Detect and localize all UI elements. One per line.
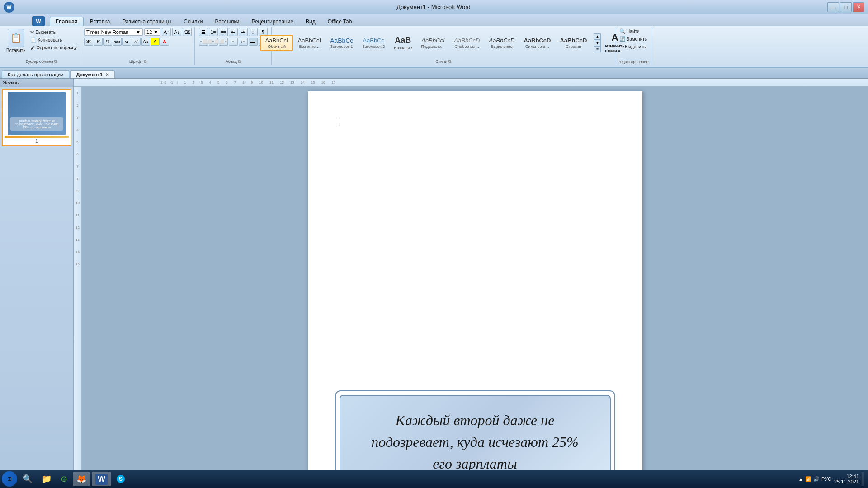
find-button[interactable]: 🔍 Найти xyxy=(618,28,641,35)
clock[interactable]: 12:41 25.11.2021 xyxy=(834,474,859,484)
style-subtitle[interactable]: AaBbCcI Подзаголо… xyxy=(417,35,449,51)
increase-indent-button[interactable]: ⇥ xyxy=(239,28,248,36)
show-desktop-button[interactable] xyxy=(862,472,864,486)
select-button[interactable]: ☐ Выделить xyxy=(618,43,647,50)
tab-view[interactable]: Вид xyxy=(300,17,321,26)
style-title[interactable]: AaB Название xyxy=(390,34,416,52)
main-area: Эскизы Каждый второй даже не подозревает… xyxy=(0,79,868,474)
bullets-button[interactable]: ☰ xyxy=(199,28,208,36)
word-page[interactable]: Каждый второй даже не подозревает, куда … xyxy=(308,91,642,474)
volume-icon: 🔊 xyxy=(813,476,820,482)
clear-formatting[interactable]: ⌫ xyxy=(183,28,192,36)
ruler-and-doc: 1 2 3 4 5 6 7 8 9 10 11 12 13 14 15 xyxy=(74,87,868,474)
align-right-button[interactable]: ⬜≡ xyxy=(219,38,228,46)
document-scroll[interactable]: Каждый второй даже не подозревает, куда … xyxy=(82,87,868,474)
maximize-button[interactable]: □ xyxy=(840,2,852,12)
style-subtle-emphasis[interactable]: AaBbCcD Слабое вы… xyxy=(450,35,484,51)
superscript-button[interactable]: x² xyxy=(132,38,141,46)
style-heading1[interactable]: AaBbCc Заголовок 1 xyxy=(326,35,357,51)
deco-box-text: Каждый второй даже не подозревает, куда … xyxy=(363,409,587,474)
numbering-button[interactable]: 1≡ xyxy=(209,28,218,36)
case-button[interactable]: Аа xyxy=(141,38,150,46)
text-cursor xyxy=(340,118,611,126)
italic-button[interactable]: К xyxy=(94,38,103,46)
styles-scroll-up[interactable]: ▲ xyxy=(594,33,601,40)
strikethrough-button[interactable]: зач xyxy=(113,38,122,46)
copy-button[interactable]: 📄 Копировать xyxy=(29,37,78,43)
decrease-indent-button[interactable]: ⇤ xyxy=(229,28,238,36)
tab-page-layout[interactable]: Разметка страницы xyxy=(116,17,177,26)
paste-label: Вставить xyxy=(6,48,25,53)
para-row1: ☰ 1≡ ≡≡ ⇤ ⇥ ↕ ¶ xyxy=(199,28,268,36)
shading-button[interactable]: ▬ xyxy=(249,38,258,46)
search-button[interactable]: 🔍 xyxy=(19,472,36,486)
underline-button[interactable]: Ч xyxy=(103,38,112,46)
justify-button[interactable]: ≡ xyxy=(229,38,238,46)
bold-button[interactable]: Ж xyxy=(84,38,93,46)
font-name-selector[interactable]: Times New Roman ▼ xyxy=(84,28,143,36)
deco-box-inner: Каждый второй даже не подозревает, куда … xyxy=(340,395,611,474)
word-button[interactable]: W xyxy=(92,472,111,486)
tab-office[interactable]: Office Tab xyxy=(322,17,358,26)
sort-button[interactable]: ↕ xyxy=(249,28,258,36)
ribbon-content: 📋 Вставить ✂ Вырезать 📄 Копировать 🖌 Фор… xyxy=(0,26,868,67)
minimize-button[interactable]: — xyxy=(827,2,839,12)
multilevel-button[interactable]: ≡≡ xyxy=(219,28,228,36)
doc-tab-document1[interactable]: Документ1 ✕ xyxy=(70,70,115,78)
clipboard-label: Буфер обмена ⧉ xyxy=(2,59,81,64)
clipboard-group: 📋 Вставить ✂ Вырезать 📄 Копировать 🖌 Фор… xyxy=(2,27,81,65)
replace-button[interactable]: 🔄 Заменить xyxy=(618,36,648,42)
font-size-decrease[interactable]: A↓ xyxy=(172,28,181,36)
cut-button[interactable]: ✂ Вырезать xyxy=(29,29,78,36)
font-size-selector[interactable]: 12 ▼ xyxy=(144,28,160,36)
align-center-button[interactable]: ⬜≡⬜ xyxy=(209,38,218,46)
font-color-button[interactable]: А xyxy=(160,38,169,46)
paste-button[interactable]: 📋 Вставить xyxy=(5,28,27,54)
style-strict[interactable]: AaBbCcD Строгий xyxy=(556,35,591,51)
slide-thumbnail-1[interactable]: Каждый второй даже не подозревает, куда … xyxy=(2,89,71,146)
tab-mailings[interactable]: Рассылки xyxy=(209,17,245,26)
file-explorer-button[interactable]: 📁 xyxy=(38,472,55,486)
styles-scroll-down[interactable]: ▼ xyxy=(594,40,601,46)
app-icon: W xyxy=(4,2,14,13)
style-heading2[interactable]: AaBbCc Заголовок 2 xyxy=(358,35,389,51)
start-icon: ⊞ xyxy=(7,476,12,482)
document-area: ·3 ·2 ·1 | 1 2 3 4 5 6 7 8 9 10 11 12 13… xyxy=(74,79,868,474)
language-indicator[interactable]: РУС xyxy=(821,476,831,482)
style-no-spacing[interactable]: AaBbCcI Без инте… xyxy=(294,35,325,51)
styles-expand[interactable]: ≡ xyxy=(594,46,601,52)
decorative-text-box[interactable]: Каждый второй даже не подозревает, куда … xyxy=(340,395,611,474)
font-size-increase[interactable]: A↑ xyxy=(162,28,171,36)
slide-thumb-text: Каждый второй даже не подозревает, куда … xyxy=(10,117,63,131)
doc-tab-presentation[interactable]: Как делать презентации xyxy=(2,70,69,78)
subscript-button[interactable]: x₂ xyxy=(122,38,131,46)
style-strong[interactable]: AaBbCcD Сильное в… xyxy=(520,35,555,51)
start-button[interactable]: ⊞ xyxy=(2,471,17,487)
tab-insert[interactable]: Вставка xyxy=(84,17,116,26)
style-normal[interactable]: AaBbCcI Обычный xyxy=(260,35,292,51)
sidebar-content[interactable]: Каждый второй даже не подозревает, куда … xyxy=(0,87,73,474)
tab-references[interactable]: Ссылки xyxy=(178,17,208,26)
style-emphasis[interactable]: AaBbCcD Выделение xyxy=(485,35,519,51)
xbox-button[interactable]: ⊕ xyxy=(57,472,71,486)
tab-home[interactable]: Главная xyxy=(50,17,84,26)
editing-label: Редактирование xyxy=(615,60,651,64)
tab-review[interactable]: Рецензирование xyxy=(245,17,299,26)
word-icon: W xyxy=(95,474,108,485)
office-button[interactable]: W xyxy=(27,16,50,26)
sidebar: Эскизы Каждый второй даже не подозревает… xyxy=(0,79,74,474)
styles-scroll-controls: ▲ ▼ ≡ xyxy=(594,33,601,52)
skype-button[interactable]: S xyxy=(113,472,128,486)
align-left-button[interactable]: ≡⬜ xyxy=(199,38,208,46)
firefox-button[interactable]: 🦊 xyxy=(73,472,90,486)
taskbar-right: ▲ 📶 🔊 РУС 12:41 25.11.2021 xyxy=(798,472,866,486)
highlight-button[interactable]: А xyxy=(151,38,160,46)
format-paint-button[interactable]: 🖌 Формат по образцу xyxy=(29,44,78,51)
font-group: Times New Roman ▼ 12 ▼ A↑ A↓ ⌫ Ж К Ч зач xyxy=(81,27,195,65)
font-format-row: Ж К Ч зач x₂ x² Аа А А xyxy=(84,38,169,46)
line-spacing-button[interactable]: ↕≡ xyxy=(239,38,248,46)
ruler-ticks: ·3 ·2 ·1 | 1 2 3 4 5 6 7 8 9 10 11 12 13… xyxy=(160,80,342,84)
doc-tab-close[interactable]: ✕ xyxy=(105,72,109,77)
close-button[interactable]: ✕ xyxy=(853,2,864,12)
system-tray: ▲ 📶 🔊 РУС xyxy=(798,476,831,482)
